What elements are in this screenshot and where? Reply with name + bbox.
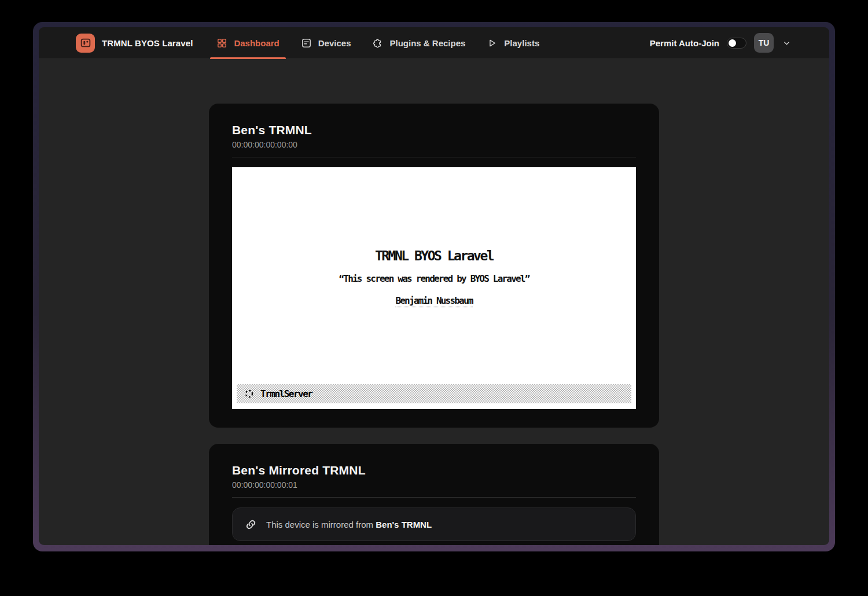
card-divider: [232, 497, 636, 498]
navbar-right: Permit Auto-Join TU: [650, 33, 792, 53]
puzzle-icon: [372, 38, 383, 49]
device-mac-address: 00:00:00:00:00:01: [232, 480, 636, 490]
screen-status-label: TrmnlServer: [260, 388, 312, 399]
dashboard-content: Ben's TRMNL 00:00:00:00:00:00 TRMNL BYOS…: [39, 59, 829, 545]
dashboard-grid-icon: [216, 38, 227, 49]
nav-item-label: Plugins & Recipes: [389, 38, 465, 48]
screen-quote: “This screen was rendered by BYOS Larave…: [232, 273, 636, 284]
spinner-icon: [244, 388, 255, 399]
app-window-frame: TRMNL BYOS Laravel Dashboard: [33, 22, 835, 551]
link-icon: [244, 518, 258, 531]
permit-auto-join-label: Permit Auto-Join: [650, 38, 719, 48]
screen-author-link: Benjamin Nussbaum: [395, 295, 472, 307]
nav-item-dashboard[interactable]: Dashboard: [210, 27, 285, 59]
brand[interactable]: TRMNL BYOS Laravel: [76, 34, 193, 53]
app-window: TRMNL BYOS Laravel Dashboard: [39, 27, 829, 545]
device-card-bens-trmnl: Ben's TRMNL 00:00:00:00:00:00 TRMNL BYOS…: [209, 104, 659, 428]
chevron-down-icon[interactable]: [781, 38, 792, 49]
nav-item-label: Dashboard: [234, 38, 279, 48]
user-avatar[interactable]: TU: [754, 33, 774, 53]
nav-item-devices[interactable]: Devices: [295, 27, 358, 59]
brand-title: TRMNL BYOS Laravel: [102, 38, 193, 48]
mirror-note-source: Ben's TRMNL: [376, 520, 432, 529]
screen-status-bar: TrmnlServer: [237, 384, 631, 403]
device-screen-preview: TRMNL BYOS Laravel “This screen was rend…: [232, 167, 636, 409]
play-icon: [487, 38, 498, 49]
nav-item-playlists[interactable]: Playlists: [480, 27, 546, 59]
nav-item-plugins-recipes[interactable]: Plugins & Recipes: [366, 27, 472, 59]
mirror-note-prefix: This device is mirrored from: [266, 520, 376, 529]
card-divider: [232, 157, 636, 157]
top-navbar: TRMNL BYOS Laravel Dashboard: [39, 27, 829, 59]
devices-icon: [301, 38, 312, 49]
mirror-note: This device is mirrored from Ben's TRMNL: [232, 507, 636, 541]
toggle-knob: [729, 39, 736, 47]
device-name: Ben's Mirrored TRMNL: [232, 463, 636, 477]
mirror-note-text: This device is mirrored from Ben's TRMNL: [266, 520, 432, 529]
device-mac-address: 00:00:00:00:00:00: [232, 140, 636, 149]
screen-title: TRMNL BYOS Laravel: [232, 167, 636, 263]
nav-item-label: Devices: [318, 38, 351, 48]
permit-auto-join-toggle[interactable]: [727, 38, 746, 49]
nav-item-label: Playlists: [504, 38, 539, 48]
navbar-inner: TRMNL BYOS Laravel Dashboard: [64, 27, 804, 58]
trmnl-logo-icon: [76, 34, 95, 53]
device-card-bens-mirrored-trmnl: Ben's Mirrored TRMNL 00:00:00:00:00:01 T…: [209, 444, 659, 545]
device-name: Ben's TRMNL: [232, 123, 636, 137]
